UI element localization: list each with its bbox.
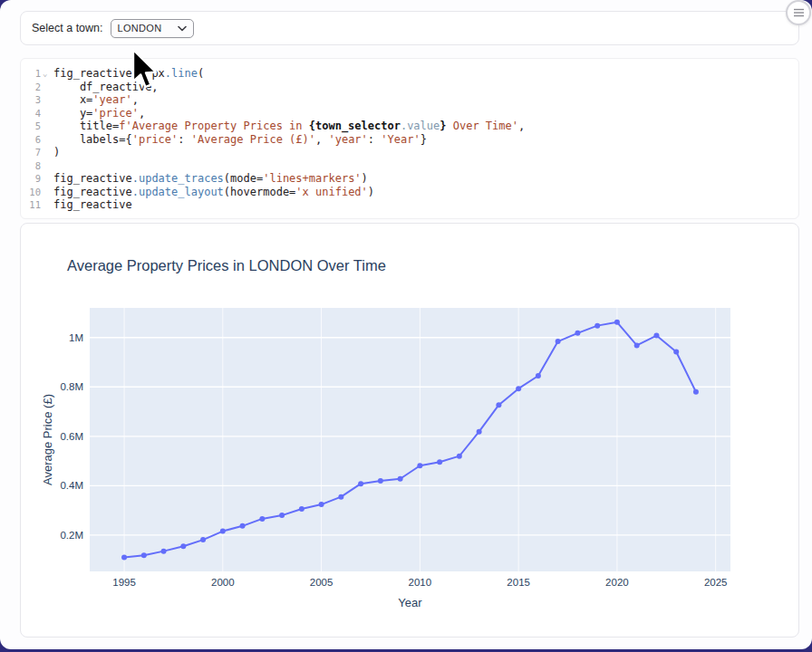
data-point-marker: [673, 350, 679, 355]
code-line: 7): [21, 146, 798, 159]
data-point-marker: [653, 333, 659, 339]
x-tick-label: 2010: [409, 577, 432, 588]
data-point-marker: [358, 481, 363, 486]
data-point-marker: [378, 478, 383, 484]
data-point-marker: [477, 429, 482, 435]
code-line: 4 y='price',: [21, 107, 798, 120]
code-line: 9fig_reactive.update_traces(mode='lines+…: [21, 172, 798, 186]
data-point-marker: [575, 331, 580, 336]
code-lines: 1⌄fig_reactive = px.line(2 df_reactive,3…: [21, 67, 798, 212]
data-point-marker: [417, 463, 422, 468]
x-tick-label: 2000: [211, 577, 235, 588]
data-point-marker: [614, 320, 620, 325]
hamburger-icon: [793, 7, 805, 18]
y-axis-title: Average Price (£): [41, 394, 54, 485]
data-point-marker: [693, 389, 699, 395]
x-tick-label: 2015: [507, 577, 530, 588]
town-selector-cell: Select a town: LONDON: [20, 11, 799, 45]
data-point-marker: [161, 549, 167, 554]
data-point-marker: [259, 516, 265, 522]
notebook-panel: Select a town: LONDON 1⌄fig_reactive = p…: [0, 0, 812, 649]
chart-output-cell: Average Property Prices in LONDON Over T…: [20, 223, 799, 638]
data-point-marker: [496, 402, 501, 408]
data-point-marker: [556, 339, 561, 344]
data-point-marker: [319, 502, 324, 507]
data-point-marker: [141, 552, 147, 558]
y-tick-label: 1M: [69, 332, 83, 343]
code-line: 2 df_reactive,: [21, 81, 798, 94]
y-tick-label: 0.8M: [60, 381, 83, 392]
data-point-marker: [457, 454, 462, 459]
data-point-marker: [338, 494, 343, 500]
data-point-marker: [634, 342, 640, 348]
town-select-dropdown[interactable]: LONDON: [111, 19, 194, 38]
code-line: 1⌄fig_reactive = px.line(: [21, 67, 798, 81]
x-tick-label: 1995: [112, 577, 136, 588]
notebook-menu-button[interactable]: [786, 0, 811, 25]
code-line: 5 title=f'Average Property Prices in {to…: [21, 120, 798, 133]
y-tick-label: 0.2M: [60, 530, 83, 541]
y-tick-label: 0.6M: [60, 431, 83, 442]
x-tick-label: 2020: [605, 577, 629, 588]
data-point-marker: [220, 529, 226, 534]
plot-background: [90, 308, 730, 571]
chevron-down-icon: [178, 25, 187, 32]
price-chart[interactable]: 19952000200520102015202020250.2M0.4M0.6M…: [21, 224, 799, 638]
data-point-marker: [240, 523, 246, 529]
data-point-marker: [121, 554, 127, 560]
data-point-marker: [180, 543, 186, 549]
data-point-marker: [594, 323, 600, 329]
code-line: 6 labels={'price': 'Average Price (£)', …: [21, 133, 798, 147]
data-point-marker: [200, 537, 206, 542]
data-point-marker: [279, 513, 285, 518]
town-select-value: LONDON: [118, 23, 162, 34]
data-point-marker: [398, 476, 403, 482]
code-line: 3 x='year',: [21, 93, 798, 107]
code-line: 8: [21, 159, 798, 173]
x-tick-label: 2025: [704, 577, 728, 588]
code-line: 10fig_reactive.update_layout(hovermode='…: [21, 186, 798, 199]
code-editor-cell[interactable]: 1⌄fig_reactive = px.line(2 df_reactive,3…: [20, 58, 799, 219]
data-point-marker: [437, 459, 442, 465]
code-line: 11fig_reactive: [21, 198, 798, 212]
data-point-marker: [299, 506, 304, 512]
town-selector-label: Select a town:: [32, 22, 103, 34]
data-point-marker: [516, 386, 521, 391]
y-tick-label: 0.4M: [60, 480, 83, 491]
data-point-marker: [536, 373, 541, 379]
x-axis-title: Year: [398, 596, 422, 609]
x-tick-label: 2005: [310, 577, 334, 588]
